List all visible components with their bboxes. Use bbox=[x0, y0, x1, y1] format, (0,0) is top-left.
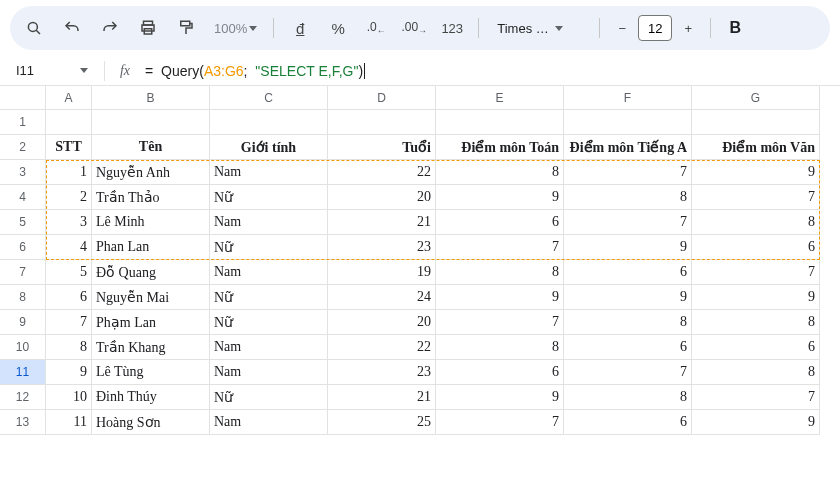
header-cell[interactable]: Giới tính bbox=[210, 135, 328, 160]
row-header[interactable]: 2 bbox=[0, 135, 46, 160]
cell[interactable]: Nữ bbox=[210, 310, 328, 335]
cell[interactable] bbox=[692, 110, 820, 135]
increase-font-button[interactable]: + bbox=[676, 14, 700, 42]
cell[interactable]: 9 bbox=[692, 160, 820, 185]
font-size-input[interactable] bbox=[638, 15, 672, 41]
cell[interactable]: 11 bbox=[46, 410, 92, 435]
cell[interactable]: 22 bbox=[328, 335, 436, 360]
row-header[interactable]: 9 bbox=[0, 310, 46, 335]
currency-icon[interactable]: đ bbox=[284, 12, 316, 44]
cell[interactable]: 5 bbox=[46, 260, 92, 285]
cell[interactable]: 8 bbox=[436, 260, 564, 285]
cell[interactable]: 6 bbox=[564, 260, 692, 285]
cell[interactable]: 6 bbox=[692, 235, 820, 260]
col-header[interactable]: B bbox=[92, 86, 210, 110]
cell[interactable]: Đỗ Quang bbox=[92, 260, 210, 285]
cell[interactable]: Đinh Thúy bbox=[92, 385, 210, 410]
cell[interactable]: Nữ bbox=[210, 185, 328, 210]
percent-icon[interactable]: % bbox=[322, 12, 354, 44]
cell[interactable]: 6 bbox=[564, 410, 692, 435]
cell[interactable]: 21 bbox=[328, 210, 436, 235]
cell[interactable]: Phan Lan bbox=[92, 235, 210, 260]
cell[interactable]: 3 bbox=[46, 210, 92, 235]
cell[interactable]: 9 bbox=[564, 235, 692, 260]
header-cell[interactable]: Điểm môn Văn bbox=[692, 135, 820, 160]
cell[interactable]: Nam bbox=[210, 360, 328, 385]
cell[interactable]: Nam bbox=[210, 410, 328, 435]
cell[interactable] bbox=[436, 110, 564, 135]
col-header[interactable]: E bbox=[436, 86, 564, 110]
cell[interactable]: Nguyễn Anh bbox=[92, 160, 210, 185]
row-header[interactable]: 3 bbox=[0, 160, 46, 185]
col-header[interactable]: A bbox=[46, 86, 92, 110]
zoom-dropdown[interactable]: 100% bbox=[208, 21, 263, 36]
cell[interactable]: 6 bbox=[564, 335, 692, 360]
col-header[interactable]: C bbox=[210, 86, 328, 110]
cell[interactable]: 8 bbox=[692, 310, 820, 335]
row-header[interactable]: 1 bbox=[0, 110, 46, 135]
bold-button[interactable]: B bbox=[721, 19, 749, 37]
cell[interactable]: 23 bbox=[328, 235, 436, 260]
cell[interactable]: 20 bbox=[328, 185, 436, 210]
cell[interactable]: 6 bbox=[692, 335, 820, 360]
row-header[interactable]: 6 bbox=[0, 235, 46, 260]
cell[interactable]: Phạm Lan bbox=[92, 310, 210, 335]
cell[interactable]: 20 bbox=[328, 310, 436, 335]
cell[interactable] bbox=[210, 110, 328, 135]
cell[interactable] bbox=[328, 110, 436, 135]
cell[interactable]: 7 bbox=[692, 185, 820, 210]
formula-bar[interactable]: = Query ( A3:G6 ; "SELECT E,F,G" ) bbox=[145, 63, 365, 79]
decrease-font-button[interactable]: − bbox=[610, 14, 634, 42]
cell[interactable]: 7 bbox=[436, 410, 564, 435]
decrease-decimal-icon[interactable]: .0← bbox=[360, 12, 392, 44]
cell[interactable]: Nữ bbox=[210, 235, 328, 260]
cell[interactable]: 9 bbox=[436, 285, 564, 310]
print-icon[interactable] bbox=[132, 12, 164, 44]
header-cell[interactable]: Tên bbox=[92, 135, 210, 160]
cell[interactable]: Nam bbox=[210, 260, 328, 285]
select-all-corner[interactable] bbox=[0, 86, 46, 110]
cell[interactable]: 7 bbox=[46, 310, 92, 335]
redo-icon[interactable] bbox=[94, 12, 126, 44]
header-cell[interactable]: Tuổi bbox=[328, 135, 436, 160]
paint-format-icon[interactable] bbox=[170, 12, 202, 44]
cell[interactable]: Nam bbox=[210, 335, 328, 360]
cell[interactable]: 7 bbox=[692, 260, 820, 285]
cell[interactable]: 6 bbox=[436, 360, 564, 385]
cell[interactable] bbox=[92, 110, 210, 135]
font-family-dropdown[interactable]: Times … bbox=[489, 21, 589, 36]
search-icon[interactable] bbox=[18, 12, 50, 44]
row-header[interactable]: 7 bbox=[0, 260, 46, 285]
cell[interactable]: 6 bbox=[46, 285, 92, 310]
cell[interactable]: Nữ bbox=[210, 385, 328, 410]
cell[interactable]: 22 bbox=[328, 160, 436, 185]
undo-icon[interactable] bbox=[56, 12, 88, 44]
cell[interactable]: 7 bbox=[436, 235, 564, 260]
cell[interactable]: 7 bbox=[692, 385, 820, 410]
cell[interactable]: Nam bbox=[210, 210, 328, 235]
row-header[interactable]: 5 bbox=[0, 210, 46, 235]
row-header[interactable]: 4 bbox=[0, 185, 46, 210]
cell[interactable]: 8 bbox=[564, 385, 692, 410]
cell[interactable]: 7 bbox=[564, 360, 692, 385]
cell[interactable]: 9 bbox=[436, 385, 564, 410]
cell[interactable]: 10 bbox=[46, 385, 92, 410]
cell[interactable] bbox=[46, 110, 92, 135]
header-cell[interactable]: Điểm môn Tiếng A bbox=[564, 135, 692, 160]
cell[interactable]: 9 bbox=[436, 185, 564, 210]
row-header[interactable]: 10 bbox=[0, 335, 46, 360]
cell[interactable]: 8 bbox=[436, 335, 564, 360]
row-header[interactable]: 8 bbox=[0, 285, 46, 310]
cell[interactable]: 19 bbox=[328, 260, 436, 285]
cell[interactable]: Nguyễn Mai bbox=[92, 285, 210, 310]
cell[interactable]: 8 bbox=[692, 360, 820, 385]
cell[interactable]: 9 bbox=[692, 410, 820, 435]
cell[interactable]: 7 bbox=[564, 210, 692, 235]
header-cell[interactable]: STT bbox=[46, 135, 92, 160]
cell[interactable]: 4 bbox=[46, 235, 92, 260]
cell[interactable]: Nam bbox=[210, 160, 328, 185]
cell[interactable]: 1 bbox=[46, 160, 92, 185]
cell[interactable]: Trần Thảo bbox=[92, 185, 210, 210]
col-header[interactable]: D bbox=[328, 86, 436, 110]
spreadsheet-grid[interactable]: A B C D E F G 1 2 STT Tên Giới tính bbox=[0, 86, 840, 435]
